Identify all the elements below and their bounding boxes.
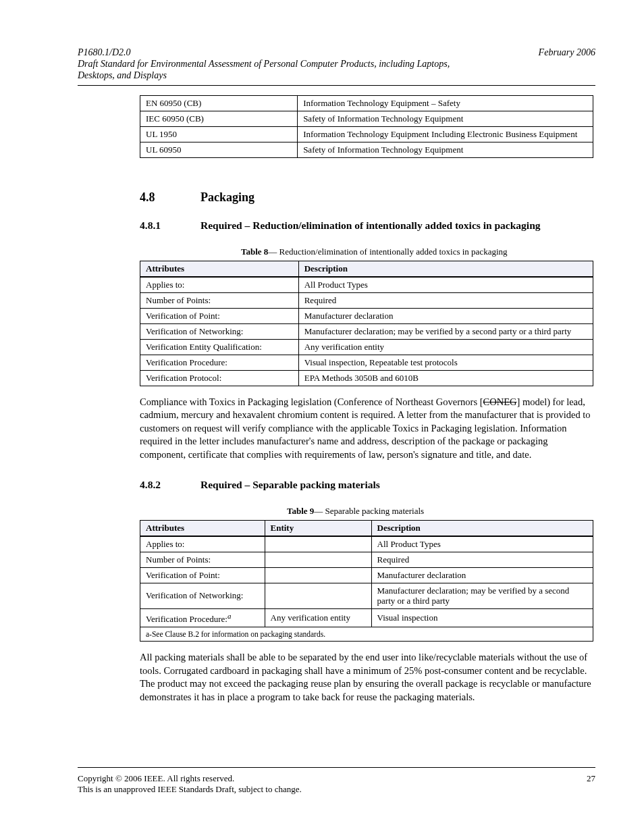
table-row: UL 60950Safety of Information Technology… [140, 142, 593, 158]
para-4-8-1: Compliance with Toxics in Packaging legi… [140, 396, 595, 462]
table-cell: Verification Protocol: [140, 370, 299, 386]
table-cell: IEC 60950 (CB) [140, 111, 298, 127]
table-row: IEC 60950 (CB)Safety of Information Tech… [140, 111, 593, 127]
table-cell: Required [371, 552, 593, 568]
table-cell: Verification Entity Qualification: [140, 339, 299, 355]
table-cell: Verification of Point: [140, 568, 265, 583]
table-row: Verification Procedure:Visual inspection… [140, 355, 593, 370]
table-row: Verification Procedure:aAny verification… [140, 608, 593, 627]
table-8-caption-title: — Reduction/elimination of intentionally… [268, 246, 507, 257]
table-cell [265, 537, 371, 552]
section-4-8: 4.8 Packaging [140, 190, 595, 205]
table-cell: Visual inspection, Repeatable test proto… [298, 355, 593, 370]
table-cell: Number of Points: [140, 292, 299, 308]
section-4-8-2: 4.8.2 Required – Separable packing mater… [140, 479, 595, 491]
table-cell: Manufacturer declaration; may be verifie… [298, 323, 593, 339]
table-cell: Manufacturer declaration [371, 568, 593, 583]
table-9-head-attr: Attributes [140, 521, 265, 536]
table-cell: All Product Types [298, 277, 593, 292]
table-cell: Safety of Information Technology Equipme… [298, 111, 593, 127]
table-8-caption-num: Table 8 [241, 246, 268, 257]
table-9-head-entity: Entity [265, 521, 371, 536]
table-cell: Manufacturer declaration; may be verifie… [371, 583, 593, 608]
table-9: Attributes Entity Description Applies to… [140, 520, 593, 642]
table-cell: Any verification entity [265, 608, 371, 627]
section-4-8-1-num: 4.8.1 [140, 219, 182, 232]
para-4-8-2: All packing materials shall be able to b… [140, 651, 595, 704]
table-cell: Verification Procedure:a [140, 608, 265, 627]
table-row: EN 60950 (CB)Information Technology Equi… [140, 96, 593, 111]
table-9-footnote: a‑See Clause B.2 for information on pack… [140, 627, 593, 642]
table-row: Verification Protocol:EPA Methods 3050B … [140, 370, 593, 386]
table-cell: Visual inspection [371, 608, 593, 627]
table-cell: Safety of Information Technology Equipme… [298, 142, 593, 158]
table-cell: Verification of Networking: [140, 323, 299, 339]
table-cell: Number of Points: [140, 552, 265, 568]
section-4-8-title: Packaging [200, 190, 254, 205]
footer-rule [78, 767, 595, 768]
table-row: Verification of Point:Manufacturer decla… [140, 568, 593, 583]
table-8-head-desc: Description [298, 261, 593, 277]
running-header: P1680.1/D2.0 Draft Standard for Environm… [78, 47, 595, 81]
section-4-8-num: 4.8 [140, 190, 180, 205]
table-cell: All Product Types [371, 537, 593, 552]
table-cell: Verification of Networking: [140, 583, 265, 608]
page-footer: Copyright © 2006 IEEE. All rights reserv… [78, 767, 595, 796]
header-left-line2: Draft Standard for Environmental Assessm… [78, 59, 456, 82]
table-row: Verification Entity Qualification:Any ve… [140, 339, 593, 355]
table-7-tail: EN 60950 (CB)Information Technology Equi… [140, 95, 593, 158]
table-cell: EN 60950 (CB) [140, 96, 298, 111]
header-right: February 2006 [539, 47, 595, 81]
table-row: Applies to:All Product Types [140, 277, 593, 292]
table-cell: UL 1950 [140, 127, 298, 142]
footer-copyright: Copyright © 2006 IEEE. All rights reserv… [78, 773, 302, 784]
header-rule [78, 85, 595, 86]
table-cell: Required [298, 292, 593, 308]
table-row: Applies to:All Product Types [140, 537, 593, 552]
table-row: Verification of Point:Manufacturer decla… [140, 308, 593, 323]
table-row: UL 1950Information Technology Equipment … [140, 127, 593, 142]
section-4-8-1-title: Required – Reduction/elimination of inte… [200, 219, 541, 232]
table-cell: Information Technology Equipment Includi… [298, 127, 593, 142]
section-4-8-1: 4.8.1 Required – Reduction/elimination o… [140, 219, 595, 232]
table-9-caption: Table 9— Separable packing materials [287, 506, 595, 517]
table-cell: Applies to: [140, 537, 265, 552]
table-cell [265, 552, 371, 568]
table-9-caption-title: — Separable packing materials [314, 506, 424, 516]
table-8-head-attr: Attributes [140, 261, 299, 277]
table-cell [265, 583, 371, 608]
section-4-8-2-num: 4.8.2 [140, 479, 182, 491]
header-left-line1: P1680.1/D2.0 [78, 47, 456, 59]
table-cell: Verification Procedure: [140, 355, 299, 370]
table-8-caption: Table 8— Reduction/elimination of intent… [241, 246, 595, 258]
table-cell: EPA Methods 3050B and 6010B [298, 370, 593, 386]
table-cell: Applies to: [140, 277, 299, 292]
footer-disclaimer: This is an unapproved IEEE Standards Dra… [78, 784, 302, 795]
table-cell: Information Technology Equipment – Safet… [298, 96, 593, 111]
table-cell: UL 60950 [140, 142, 298, 158]
table-row: Verification of Networking:Manufacturer … [140, 323, 593, 339]
table-row: Verification of Networking:Manufacturer … [140, 583, 593, 608]
table-9-caption-num: Table 9 [287, 506, 314, 516]
table-cell: Verification of Point: [140, 308, 299, 323]
table-8: Attributes Description Applies to:All Pr… [140, 261, 593, 386]
section-4-8-2-title: Required – Separable packing materials [200, 479, 380, 491]
table-9-head-desc: Description [371, 521, 593, 536]
table-row: Number of Points:Required [140, 552, 593, 568]
table-cell [265, 568, 371, 583]
table-row: Number of Points:Required [140, 292, 593, 308]
table-cell: Manufacturer declaration [298, 308, 593, 323]
page-number: 27 [587, 773, 595, 784]
table-cell: Any verification entity [298, 339, 593, 355]
